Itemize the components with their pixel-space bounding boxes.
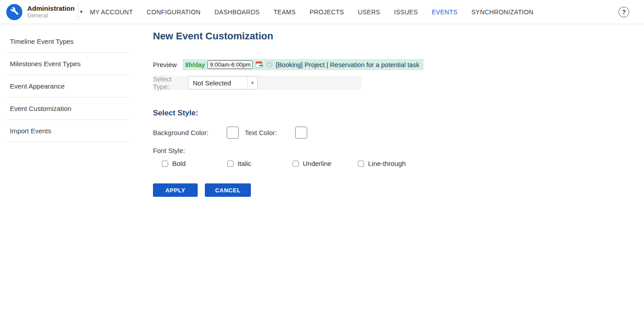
event-type-dropdown[interactable]: Not Selected ▼: [188, 76, 258, 89]
menu-item-teams[interactable]: TEAMS: [273, 8, 296, 16]
bold-checkbox[interactable]: [162, 161, 168, 167]
chevron-down-icon[interactable]: ▼: [248, 81, 257, 85]
menu-item-configuration[interactable]: CONFIGURATION: [147, 8, 200, 16]
event-type-dropdown-value: Not Selected: [188, 79, 247, 87]
text-color-swatch[interactable]: [295, 127, 307, 139]
background-color-swatch[interactable]: [227, 127, 239, 139]
font-style-options: Bold Italic Underline Line-through: [153, 160, 644, 167]
help-icon[interactable]: ?: [619, 7, 629, 17]
italic-label: Italic: [237, 160, 251, 167]
bold-option: Bold: [162, 160, 227, 167]
italic-option: Italic: [227, 160, 292, 167]
select-style-heading: Select Style:: [153, 109, 644, 118]
event-preview: 8h/day 9:00am-6:00pm: [182, 59, 424, 70]
underline-label: Underline: [303, 160, 331, 167]
menu-item-users[interactable]: USERS: [358, 8, 380, 16]
bold-label: Bold: [172, 160, 186, 167]
preview-time-range: 9:00am-6:00pm: [208, 60, 253, 69]
menu-item-events[interactable]: EVENTS: [432, 8, 458, 16]
workspace-title: Administration: [27, 4, 75, 12]
workspace-switcher[interactable]: Administration General ▼: [0, 4, 78, 20]
top-navigation-bar: Administration General ▼ MY ACCOUNT CONF…: [0, 0, 644, 24]
line-through-label: Line-through: [368, 160, 406, 167]
sidebar-item-milestones-event-types[interactable]: Milestones Event Types: [6, 53, 128, 75]
menu-item-dashboards[interactable]: DASHBOARDS: [214, 8, 259, 16]
preview-label: Preview: [153, 61, 182, 68]
preview-hours-badge: 8h/day: [185, 61, 205, 68]
cancel-button[interactable]: CANCEL: [205, 183, 251, 197]
menu-item-my-account[interactable]: MY ACCOUNT: [90, 8, 133, 16]
sidebar-item-event-customization[interactable]: Event Customization: [6, 98, 128, 120]
page-title: New Event Customization: [153, 30, 644, 42]
main-menu: MY ACCOUNT CONFIGURATION DASHBOARDS TEAM…: [78, 8, 534, 16]
preview-row: Preview 8h/day 9:00am-6:00pm: [153, 59, 644, 70]
sidebar-item-timeline-event-types[interactable]: Timeline Event Types: [6, 30, 128, 53]
sidebar-item-event-appearance[interactable]: Event Appearance: [6, 75, 128, 98]
settings-sidebar: Timeline Event Types Milestones Event Ty…: [0, 24, 133, 314]
text-color-label: Text Color:: [245, 129, 277, 136]
underline-option: Underline: [292, 160, 358, 167]
preview-event-text: [Booking] Project | Reservation for a po…: [275, 61, 419, 68]
underline-checkbox[interactable]: [292, 161, 299, 167]
sidebar-item-import-events[interactable]: Import Events: [6, 120, 128, 142]
background-color-label: Background Color:: [153, 129, 208, 136]
line-through-checkbox[interactable]: [358, 161, 364, 167]
admin-logo: [6, 4, 22, 20]
color-pickers-row: Background Color: Text Color:: [153, 127, 644, 139]
font-style-label: Font Style:: [153, 147, 644, 154]
wrench-icon: [10, 7, 19, 17]
menu-item-synchronization[interactable]: SYNCHRONIZATION: [471, 8, 534, 16]
select-type-row: Select Type: Not Selected ▼: [153, 76, 361, 90]
line-through-option: Line-through: [358, 160, 423, 167]
check-circle-icon: [266, 61, 273, 68]
calendar-icon: [255, 61, 263, 68]
form-actions: APPLY CANCEL: [153, 183, 644, 197]
italic-checkbox[interactable]: [227, 161, 233, 167]
apply-button[interactable]: APPLY: [153, 183, 198, 197]
workspace-subtitle: General: [27, 13, 75, 19]
menu-item-projects[interactable]: PROJECTS: [309, 8, 344, 16]
main-content: New Event Customization Preview 8h/day 9…: [133, 24, 644, 314]
menu-item-issues[interactable]: ISSUES: [394, 8, 418, 16]
select-type-label: Select Type:: [153, 75, 188, 90]
